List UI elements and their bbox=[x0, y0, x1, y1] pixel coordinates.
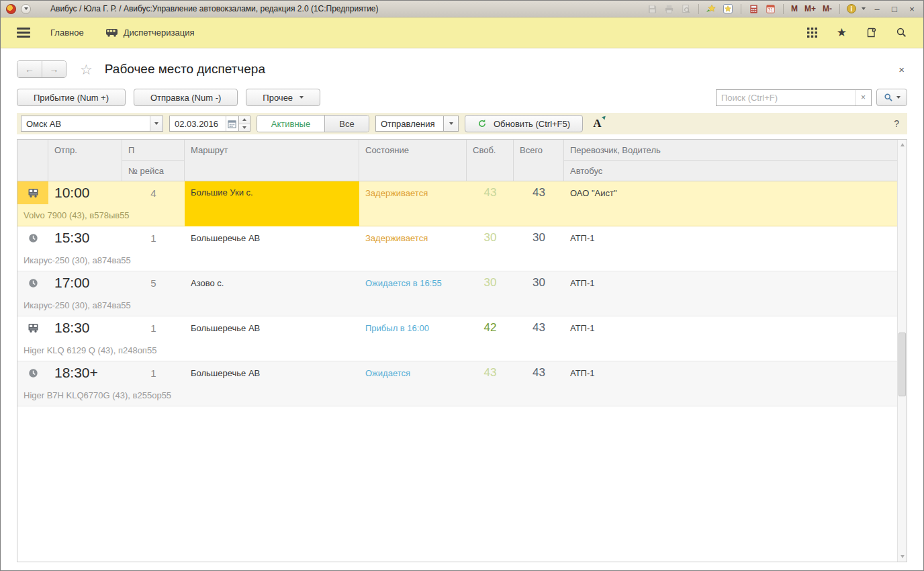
platform-cell[interactable]: 5 bbox=[122, 271, 185, 294]
search-options-button[interactable] bbox=[876, 89, 907, 106]
total-seats-cell[interactable]: 30 bbox=[514, 271, 564, 294]
toggle-active-button[interactable]: Активные bbox=[257, 116, 324, 132]
menu-item-main[interactable]: Главное bbox=[44, 28, 91, 38]
departure-time-cell[interactable]: 17:00 bbox=[48, 271, 122, 294]
back-button[interactable]: ← bbox=[17, 61, 42, 77]
hamburger-menu-icon[interactable] bbox=[17, 28, 30, 38]
free-seats-cell[interactable]: 30 bbox=[467, 226, 514, 249]
carrier-cell[interactable]: АТП-1 Икарус-250 (30), а874ва55 bbox=[564, 271, 897, 294]
row-type-cell[interactable] bbox=[17, 226, 48, 249]
vertical-scrollbar[interactable] bbox=[897, 140, 907, 562]
total-seats-cell[interactable]: 30 bbox=[514, 226, 564, 249]
menu-item-dispatch[interactable]: Диспетчеризация bbox=[99, 28, 201, 38]
platform-cell[interactable]: 1 bbox=[122, 361, 185, 384]
route-cell[interactable]: Большеречье АВ bbox=[185, 226, 359, 249]
close-form-button[interactable]: × bbox=[896, 64, 907, 75]
direction-value[interactable] bbox=[376, 119, 443, 129]
calendar-picker-icon[interactable] bbox=[226, 116, 238, 131]
other-menu-button[interactable]: Прочее bbox=[246, 89, 320, 106]
print-preview-icon[interactable] bbox=[680, 3, 692, 15]
carrier-cell[interactable]: ОАО "Аист" Volvo 7900 (43), в578ыв55 bbox=[564, 181, 897, 204]
table-row[interactable]: 18:30 1 Большеречье АВ Прибыл в 16:00 42… bbox=[17, 316, 897, 361]
route-cell[interactable]: Большеречье АВ bbox=[185, 361, 359, 384]
carrier-cell[interactable]: АТП-1 Higer B7H KLQ6770G (43), в255ор55 bbox=[564, 361, 897, 384]
departure-time-cell[interactable]: 18:30 bbox=[48, 316, 122, 339]
global-search-icon[interactable] bbox=[896, 27, 907, 38]
total-seats-cell[interactable]: 43 bbox=[514, 316, 564, 339]
route-cell[interactable]: Большие Уки с. bbox=[185, 181, 359, 226]
header-state[interactable]: Состояние bbox=[359, 140, 467, 181]
maximize-button[interactable]: □ bbox=[888, 3, 900, 15]
header-total[interactable]: Всего bbox=[514, 140, 564, 181]
free-seats-cell[interactable]: 43 bbox=[467, 361, 514, 384]
font-size-button[interactable]: A bbox=[593, 117, 606, 130]
header-depart[interactable]: Отпр. bbox=[48, 140, 122, 181]
row-type-cell[interactable] bbox=[17, 316, 48, 339]
date-value[interactable] bbox=[170, 119, 226, 129]
total-seats-cell[interactable]: 43 bbox=[514, 361, 564, 384]
help-button[interactable]: ? bbox=[894, 118, 903, 129]
refresh-button[interactable]: Обновить (Ctrl+F5) bbox=[465, 115, 583, 132]
direction-combobox[interactable] bbox=[375, 116, 444, 132]
calculator-icon[interactable] bbox=[748, 3, 759, 15]
date-field[interactable] bbox=[169, 116, 239, 132]
carrier-cell[interactable]: АТП-1 Икарус-250 (30), а874ва55 bbox=[564, 226, 897, 249]
header-free[interactable]: Своб. bbox=[467, 140, 514, 181]
info-icon[interactable]: i bbox=[847, 4, 856, 13]
row-type-cell[interactable] bbox=[17, 181, 48, 204]
arrival-button[interactable]: Прибытие (Num +) bbox=[17, 89, 126, 106]
platform-cell[interactable]: 1 bbox=[122, 316, 185, 339]
status-cell[interactable]: Задерживается bbox=[359, 181, 467, 204]
carrier-cell[interactable]: АТП-1 Higer KLQ 6129 Q (43), п248оп55 bbox=[564, 316, 897, 339]
table-row[interactable]: 18:30+ 1 Большеречье АВ Ожидается 43 43 … bbox=[17, 361, 897, 406]
all-functions-icon[interactable] bbox=[806, 27, 818, 38]
free-seats-cell[interactable]: 30 bbox=[467, 271, 514, 294]
departure-time-cell[interactable]: 15:30 bbox=[48, 226, 122, 249]
table-row[interactable]: 17:00 5 Азово с. Ожидается в 16:55 30 30… bbox=[17, 271, 897, 316]
minimize-button[interactable]: – bbox=[871, 3, 883, 15]
memory-m-button[interactable]: M bbox=[790, 4, 798, 13]
clear-search-button[interactable]: × bbox=[855, 90, 871, 105]
header-icon-col[interactable] bbox=[17, 140, 48, 181]
header-carrier[interactable]: Перевозчик, Водитель Автобус bbox=[564, 140, 897, 181]
date-spinner[interactable] bbox=[239, 116, 250, 132]
info-dropdown-icon[interactable] bbox=[862, 7, 866, 10]
platform-cell[interactable]: 1 bbox=[122, 226, 185, 249]
add-to-favorites-icon[interactable] bbox=[706, 3, 717, 15]
scrollbar-thumb[interactable] bbox=[898, 333, 906, 396]
memory-m-plus-button[interactable]: M+ bbox=[804, 4, 817, 13]
departure-time-cell[interactable]: 18:30+ bbox=[48, 361, 122, 384]
search-input[interactable] bbox=[717, 93, 855, 103]
toggle-all-button[interactable]: Все bbox=[324, 116, 369, 132]
departure-time-cell[interactable]: 10:00 bbox=[48, 181, 122, 204]
header-platform[interactable]: П № рейса bbox=[122, 140, 185, 181]
row-type-cell[interactable] bbox=[17, 271, 48, 294]
save-icon[interactable] bbox=[647, 3, 658, 15]
forward-button[interactable]: → bbox=[42, 61, 66, 77]
chevron-down-icon[interactable] bbox=[150, 116, 163, 131]
system-menu-button[interactable] bbox=[21, 4, 31, 14]
table-row[interactable]: 15:30 1 Большеречье АВ Задерживается 30 … bbox=[17, 226, 897, 271]
row-type-cell[interactable] bbox=[17, 361, 48, 384]
memory-m-minus-button[interactable]: M- bbox=[822, 4, 833, 13]
route-cell[interactable]: Большеречье АВ bbox=[185, 316, 359, 339]
table-row[interactable]: 10:00 4 Большие Уки с. Задерживается 43 … bbox=[17, 181, 897, 226]
favorites-icon[interactable] bbox=[723, 3, 734, 15]
status-cell[interactable]: Прибыл в 16:00 bbox=[359, 316, 467, 339]
free-seats-cell[interactable]: 42 bbox=[467, 316, 514, 339]
status-cell[interactable]: Задерживается bbox=[359, 226, 467, 249]
calendar-icon[interactable]: 31 bbox=[765, 3, 776, 15]
1c-app-icon[interactable] bbox=[6, 4, 16, 14]
route-cell[interactable]: Азово с. bbox=[185, 271, 359, 294]
history-icon[interactable] bbox=[866, 27, 877, 38]
free-seats-cell[interactable]: 43 bbox=[467, 181, 514, 204]
status-cell[interactable]: Ожидается bbox=[359, 361, 467, 384]
header-route[interactable]: Маршрут bbox=[185, 140, 359, 181]
platform-cell[interactable]: 4 bbox=[122, 181, 185, 204]
favorites-menu-icon[interactable]: ★ bbox=[837, 27, 847, 38]
scroll-up-icon[interactable] bbox=[898, 140, 907, 150]
station-value[interactable] bbox=[21, 119, 150, 129]
favorite-star-icon[interactable]: ☆ bbox=[80, 62, 93, 77]
direction-dropdown-button[interactable] bbox=[444, 116, 459, 132]
print-icon[interactable] bbox=[663, 3, 675, 15]
